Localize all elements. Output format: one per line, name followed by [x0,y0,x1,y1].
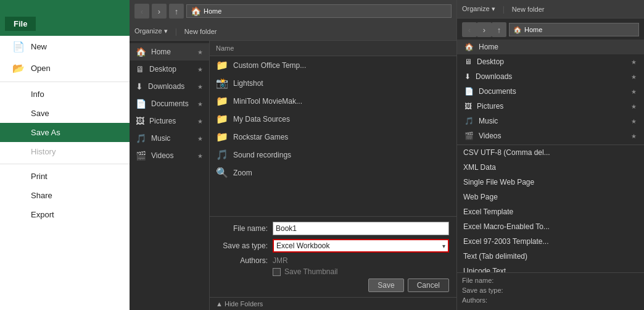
file-item-0[interactable]: 📁 Custom Office Temp... [210,56,456,74]
nav-music-pin: ★ [197,135,203,142]
nav-downloads-icon: ⬇ [136,82,143,91]
nav-back-button[interactable]: ‹ [134,4,149,19]
right-nav-videos[interactable]: 🎬 Videos ★ [457,128,644,143]
right-nav-pictures[interactable]: 🖼 Pictures ★ [457,99,644,114]
file-menu-info[interactable]: Info [0,85,130,104]
nav-videos-pin: ★ [197,153,203,159]
nav-sidebar: 🏠 Home ★ 🖥 Desktop ★ ⬇ Downloads ★ 📄 Doc… [130,41,210,310]
thumbnail-row: Save Thumbnail [217,267,449,276]
type-new-folder-button[interactable]: New folder [512,6,545,13]
right-nav-back[interactable]: ‹ [462,22,477,37]
file-menu-saveas[interactable]: Save As [0,123,130,142]
open-icon: 📂 [12,62,25,74]
thumbnail-checkbox[interactable] [273,268,281,276]
file-menu-save[interactable]: Save [0,104,130,123]
nav-home-icon: 🏠 [136,47,146,57]
type-dropdown-toolbar: Organize ▾ | New folder [457,0,644,19]
format-csv-utf8[interactable]: CSV UTF-8 (Comma del... [457,145,644,160]
nav-desktop-icon: 🖥 [136,64,144,74]
filetype-select[interactable]: Excel Workbook ▾ [273,239,449,253]
filename-input[interactable] [273,222,449,235]
file-item-4[interactable]: 📁 Rockstar Games [210,128,456,146]
addr-home-icon: 🏠 [191,6,201,16]
file-menu-items: 📄 New 📂 Open Info Save Save As [0,36,130,310]
right-nav-desktop-icon: 🖥 [464,57,472,66]
nav-videos[interactable]: 🎬 Videos ★ [130,147,209,164]
format-single-web[interactable]: Single File Web Page [457,175,644,190]
saveas-content: 🏠 Home ★ 🖥 Desktop ★ ⬇ Downloads ★ 📄 Doc… [130,41,456,310]
right-form: File name: Save as type: Authors: [457,272,644,310]
right-panel-nav: ‹ › ↑ 🏠 Home 🏠 Home 🖥 Desktop ★ ⬇ Downlo… [457,19,644,145]
file-menu-sep-2 [0,164,130,164]
nav-documents[interactable]: 📄 Documents ★ [130,95,209,112]
format-type-list[interactable]: CSV UTF-8 (Comma del... XML Data Single … [457,145,644,272]
file-item-6[interactable]: 🔍 Zoom [210,164,456,182]
nav-documents-pin: ★ [197,101,203,107]
file-item-5[interactable]: 🎵 Sound recordings [210,146,456,164]
nav-up-button[interactable]: ↑ [169,4,184,19]
file-item-0-icon: 📁 [216,59,228,71]
right-nav-videos-icon: 🎬 [464,132,474,140]
file-menu-print[interactable]: Print [0,167,130,186]
file-menu-history: History [0,142,130,161]
file-tab-button[interactable]: File [5,17,36,31]
right-addr-bar[interactable]: 🏠 Home [509,23,639,36]
file-menu-sep-1 [0,82,130,82]
format-unicode-text[interactable]: Unicode Text [457,264,644,272]
organize-bar: Organize ▾ | New folder [130,22,456,41]
file-item-1[interactable]: 📸 Lightshot [210,74,456,92]
right-nav-desktop[interactable]: 🖥 Desktop ★ [457,54,644,69]
type-dropdown: Organize ▾ | New folder ‹ › ↑ 🏠 Home 🏠 H… [456,0,644,310]
filename-row: File name: [217,222,449,235]
file-item-3[interactable]: 📁 My Data Sources [210,110,456,128]
address-bar[interactable]: 🏠 Home [186,4,452,18]
format-excel-9703-tmpl[interactable]: Excel 97-2003 Template... [457,234,644,249]
right-filetype-row: Save as type: [462,287,639,294]
hide-folders-button[interactable]: ▲ Hide Folders [210,297,456,310]
format-xml-data[interactable]: XML Data [457,160,644,175]
file-item-1-icon: 📸 [216,77,228,89]
right-filename-row: File name: [462,277,639,284]
saveas-form: File name: Save as type: Excel Workbook … [210,216,456,297]
file-menu-open[interactable]: 📂 Open [0,57,130,79]
right-nav-forward[interactable]: › [477,22,492,37]
new-icon: 📄 [12,41,25,52]
form-buttons: Save Cancel [217,279,449,292]
nav-music-icon: 🎵 [136,133,146,143]
format-excel-macro[interactable]: Excel Macro-Enabled To... [457,219,644,234]
file-list-scroll[interactable]: 📁 Custom Office Temp... 📸 Lightshot 📁 Mi… [210,56,456,216]
new-folder-button[interactable]: New folder [184,28,217,35]
nav-pictures[interactable]: 🖼 Pictures ★ [130,112,209,130]
save-button[interactable]: Save [368,279,403,292]
right-nav-up[interactable]: ↑ [492,22,506,37]
nav-downloads[interactable]: ⬇ Downloads ★ [130,78,209,95]
saveas-toolbar: ‹ › ↑ 🏠 Home [130,0,456,22]
right-nav-downloads[interactable]: ⬇ Downloads ★ [457,69,644,84]
file-list-header: Name [210,41,456,56]
type-organize-button[interactable]: Organize ▾ [462,5,495,13]
nav-pictures-icon: 🖼 [136,116,144,126]
format-excel-template[interactable]: Excel Template [457,204,644,219]
filetype-row: Save as type: Excel Workbook ▾ [217,239,449,253]
file-item-2-icon: 📁 [216,95,228,107]
right-nav-documents[interactable]: 📄 Documents ★ [457,84,644,99]
right-nav-music[interactable]: 🎵 Music ★ [457,114,644,128]
format-text-tab[interactable]: Text (Tab delimited) [457,249,644,264]
file-menu-export[interactable]: Export [0,205,130,224]
cancel-button[interactable]: Cancel [408,279,449,292]
file-menu-new[interactable]: 📄 New [0,36,130,57]
nav-music[interactable]: 🎵 Music ★ [130,130,209,147]
saveas-dialog: ‹ › ↑ 🏠 Home Organize ▾ | New folder 🏠 H… [130,0,456,310]
nav-desktop[interactable]: 🖥 Desktop ★ [130,61,209,78]
organize-button[interactable]: Organize ▾ [134,27,168,35]
file-item-5-icon: 🎵 [216,149,228,161]
nav-videos-icon: 🎬 [136,151,146,161]
right-nav-home[interactable]: 🏠 Home [457,40,644,54]
format-web-page[interactable]: Web Page [457,190,644,204]
right-nav-pictures-icon: 🖼 [464,102,472,111]
nav-home[interactable]: 🏠 Home ★ [130,43,209,61]
file-menu-share[interactable]: Share [0,186,130,205]
file-item-2[interactable]: 📁 MiniTool MovieMak... [210,92,456,110]
authors-row: Authors: JMR [217,256,449,265]
nav-forward-button[interactable]: › [152,4,167,19]
